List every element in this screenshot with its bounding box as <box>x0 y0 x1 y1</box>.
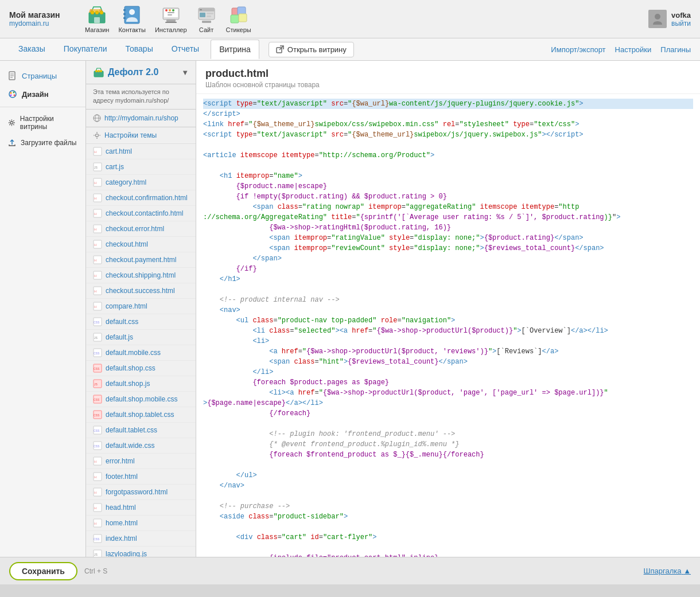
svg-text:H: H <box>94 259 96 262</box>
file-home-html[interactable]: H home.html <box>86 516 196 531</box>
file-default-css[interactable]: CSS default.css <box>86 314 196 330</box>
file-default-js[interactable]: JS default.js <box>86 330 196 345</box>
shortcut-hint: Ctrl + S <box>84 567 107 575</box>
file-index-html[interactable]: CSS index.html <box>86 531 196 547</box>
svg-text:H: H <box>94 305 96 309</box>
nav-reports[interactable]: Отчеты <box>162 38 208 60</box>
upload-files-label: Загрузите файлы <box>21 139 76 147</box>
file-list: H cart.html JS cart.js H category.html H… <box>86 144 196 557</box>
svg-text:JS: JS <box>94 383 98 386</box>
theme-name[interactable]: Дефолт 2.0 <box>108 67 178 77</box>
nav-icon-site[interactable]: Сайт <box>196 5 217 33</box>
avatar-icon <box>651 12 664 26</box>
file-checkout-html[interactable]: H checkout.html <box>86 237 196 252</box>
svg-text:CSS: CSS <box>94 444 100 448</box>
file-footer-html[interactable]: H footer.html <box>86 469 196 485</box>
nav-icon-stickers[interactable]: Стикеры <box>226 5 251 33</box>
file-default-mobile-css[interactable]: CSS default.mobile.css <box>86 345 196 361</box>
nav-icon-contacts[interactable]: Контакты <box>118 5 146 33</box>
code-editor[interactable]: <script type="text/javascript" src="{$wa… <box>196 94 700 557</box>
svg-point-4 <box>100 11 103 14</box>
file-cart-js[interactable]: JS cart.js <box>86 159 196 175</box>
file-checkout-payment[interactable]: H checkout.payment.html <box>86 252 196 268</box>
save-button[interactable]: Сохранить <box>9 562 77 580</box>
svg-text:CSS: CSS <box>94 352 100 355</box>
file-checkout-shipping[interactable]: H checkout.shipping.html <box>86 268 196 283</box>
settings-gear-icon <box>8 119 15 127</box>
file-default-shop-tablet-css[interactable]: CSS default.shop.tablet.css <box>86 407 196 423</box>
file-default-shop-js[interactable]: JS default.shop.js <box>86 376 196 392</box>
file-lazyloading-js[interactable]: JS lazyloading.js <box>86 547 196 557</box>
nav-icon-shop-label: Магазин <box>85 26 109 33</box>
html-file4-icon: H <box>93 209 102 218</box>
svg-point-6 <box>129 9 135 15</box>
stickers-icon <box>228 5 249 25</box>
file-default-shop-mobile-css[interactable]: CSS default.shop.mobile.css <box>86 392 196 407</box>
open-storefront-label: Открыть витрину <box>287 45 347 54</box>
file-default-wide-css[interactable]: CSS default.wide.css <box>86 438 196 454</box>
nav-icon-shop[interactable]: Магазин <box>85 5 109 33</box>
globe-icon <box>93 114 101 122</box>
plugins-link[interactable]: Плагины <box>660 45 691 54</box>
file-checkout-confirmation[interactable]: H checkout.confirmation.html <box>86 190 196 206</box>
nav-buyers[interactable]: Покупатели <box>55 38 116 60</box>
file-error-html[interactable]: H error.html <box>86 454 196 469</box>
svg-text:H: H <box>94 491 96 494</box>
storefront-settings-action[interactable]: Настройки витрины <box>0 111 85 135</box>
svg-rect-18 <box>168 14 172 15</box>
cheatsheet-label: Шпаргалка <box>644 567 682 575</box>
svg-point-12 <box>165 9 168 11</box>
theme-url-link[interactable]: http://mydomain.ru/shop <box>86 110 196 127</box>
file-forgotpassword-html[interactable]: H forgotpassword.html <box>86 485 196 500</box>
theme-settings-link[interactable]: Настройки темы <box>86 127 196 144</box>
svg-point-2 <box>91 11 94 14</box>
svg-rect-7 <box>123 9 126 11</box>
css-file2-icon: CSS <box>93 348 102 357</box>
cheatsheet-link[interactable]: Шпаргалка ▲ <box>644 567 691 575</box>
nav-goods[interactable]: Товары <box>116 38 162 60</box>
css-special-icon: CSS <box>93 364 102 373</box>
svg-rect-29 <box>239 14 247 22</box>
logout-link[interactable]: выйти <box>671 19 691 28</box>
file-category-html[interactable]: H category.html <box>86 175 196 190</box>
upload-files-action[interactable]: Загрузите файлы <box>0 135 85 151</box>
svg-text:H: H <box>94 522 96 525</box>
left-panel-design[interactable]: Дизайн <box>0 85 85 103</box>
html-file11-icon: H <box>93 456 102 466</box>
store-name: Мой магазин <box>9 10 60 19</box>
svg-text:H: H <box>94 150 96 154</box>
nav-orders[interactable]: Заказы <box>9 38 55 60</box>
file-checkout-success[interactable]: H checkout.success.html <box>86 283 196 299</box>
nav-icon-contacts-label: Контакты <box>118 26 146 33</box>
js-file3-icon: JS <box>93 549 102 557</box>
svg-point-37 <box>10 92 12 94</box>
store-domain-link[interactable]: mydomain.ru <box>9 19 49 28</box>
svg-rect-23 <box>207 13 213 14</box>
settings-link[interactable]: Настройки <box>615 45 652 54</box>
svg-point-13 <box>169 9 171 11</box>
file-head-html[interactable]: H head.html <box>86 500 196 516</box>
nav-storefront[interactable]: Витрина <box>211 40 259 59</box>
nav-icon-installer[interactable]: Инсталлер <box>155 5 187 33</box>
file-default-tablet-css[interactable]: CSS default.tablet.css <box>86 423 196 438</box>
file-cart-html[interactable]: H cart.html <box>86 144 196 159</box>
left-panel-pages[interactable]: Страницы <box>0 67 85 85</box>
file-default-shop-css[interactable]: CSS default.shop.css <box>86 361 196 376</box>
theme-dropdown-arrow[interactable]: ▼ <box>181 68 189 77</box>
file-checkout-error[interactable]: H checkout.error.html <box>86 221 196 237</box>
editor-header: product.html Шаблон основной страницы то… <box>196 61 700 94</box>
user-area: vofka выйти <box>648 10 691 28</box>
shop-icon <box>87 5 107 25</box>
shortcut-text: Ctrl + S <box>84 567 107 575</box>
import-export-link[interactable]: Импорт/экспорт <box>551 45 605 54</box>
file-checkout-contactinfo[interactable]: H checkout.contactinfo.html <box>86 206 196 221</box>
svg-rect-25 <box>202 21 211 23</box>
open-storefront-button[interactable]: Открыть витрину <box>269 42 354 57</box>
js-file-icon: JS <box>93 162 102 171</box>
nav-icon-site-label: Сайт <box>199 26 213 33</box>
user-info: vofka выйти <box>671 11 691 28</box>
site-icon <box>196 5 217 25</box>
svg-point-39 <box>10 95 12 96</box>
file-compare-html[interactable]: H compare.html <box>86 299 196 314</box>
user-avatar <box>648 10 667 28</box>
